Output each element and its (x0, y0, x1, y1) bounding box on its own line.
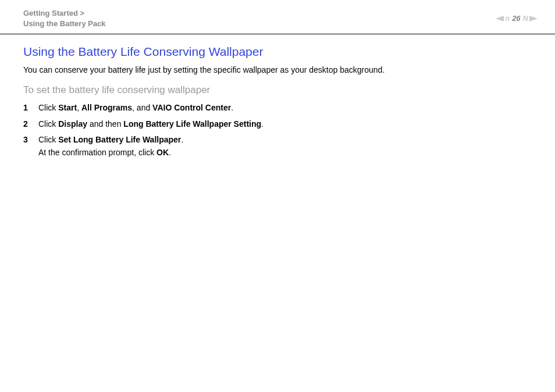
step-text: . (231, 103, 233, 112)
page-title: Using the Battery Life Conserving Wallpa… (23, 45, 532, 59)
step-text: and then (87, 119, 123, 129)
step-text: . (181, 135, 183, 144)
step-text: Click (38, 135, 58, 144)
step-3: Click Set Long Battery Life Wallpaper. A… (23, 134, 532, 159)
step-1: Click Start, All Programs, and VAIO Cont… (23, 102, 532, 115)
breadcrumb: Getting Started > Using the Battery Pack (23, 8, 106, 29)
step-text: At the confirmation prompt, click (38, 148, 156, 157)
intro-text: You can conserve your battery life just … (23, 65, 532, 76)
bold-text: Set Long Battery Life Wallpaper (58, 135, 181, 144)
step-text: Click (38, 119, 58, 129)
bold-text: VAIO Control Center (152, 103, 231, 112)
breadcrumb-line1: Getting Started > (23, 9, 84, 17)
step-text: . (169, 148, 171, 157)
bold-text: All Programs (81, 103, 132, 112)
step-text: . (261, 119, 264, 129)
bold-text: Long Battery Life Wallpaper Setting (123, 119, 261, 129)
bold-text: OK (156, 148, 169, 157)
breadcrumb-line2: Using the Battery Pack (23, 19, 106, 28)
next-page-icon[interactable] (529, 16, 538, 22)
letter-n-right: N (523, 14, 528, 23)
step-2: Click Display and then Long Battery Life… (23, 118, 532, 131)
step-text: Click (38, 103, 58, 112)
content-area: Using the Battery Life Conserving Wallpa… (0, 34, 555, 159)
step-text: , (77, 103, 81, 112)
letter-n: n (505, 14, 510, 23)
bold-text: Start (58, 103, 77, 112)
pager: n 26 N (496, 14, 538, 23)
bold-text: Display (58, 119, 87, 129)
page-number: 26 (512, 14, 520, 23)
prev-page-icon[interactable] (496, 16, 504, 22)
steps-list: Click Start, All Programs, and VAIO Cont… (23, 102, 532, 159)
page-header: Getting Started > Using the Battery Pack… (0, 0, 555, 34)
subheading: To set the battery life conserving wallp… (23, 84, 532, 96)
step-text: , and (132, 103, 152, 112)
